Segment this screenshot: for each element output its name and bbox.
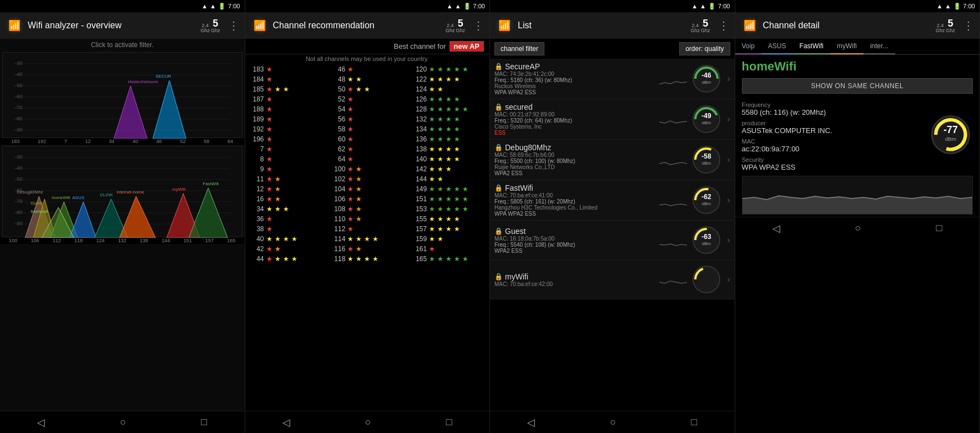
- svg-text:dBm: dBm: [702, 161, 711, 166]
- network-mac: MAC: 74:3e:2b:41:2c:00: [494, 71, 656, 77]
- freq-badges-3[interactable]: 2.4 Ghz 5 Ghz: [690, 18, 710, 33]
- home-btn-3[interactable]: ○: [601, 414, 625, 430]
- svg-text:Guest: Guest: [31, 201, 43, 206]
- svg-text:-70: -70: [15, 105, 22, 110]
- freq-24-2[interactable]: 2.4 Ghz: [446, 23, 455, 33]
- svg-text:dBm: dBm: [702, 241, 711, 246]
- network-mac: MAC: 70:ba:ef:ce:42:00: [494, 281, 656, 287]
- channel-col-2: 46★ 48★★ 50★★★ 52★ 54★ 56★ 58★ 60★ 62★ 6…: [326, 63, 408, 411]
- channel-row: 118★★★★: [329, 254, 406, 264]
- freq-badges-2[interactable]: 2.4 Ghz 5 Ghz: [446, 18, 465, 33]
- app-title-3: List: [518, 21, 686, 30]
- chevron-icon: ›: [727, 74, 730, 84]
- screen-list: ▲ ▲ 🔋 7:00 📶 List 2.4 Ghz 5 Ghz ⋮ channe…: [490, 0, 735, 433]
- svg-point-65: [693, 266, 720, 293]
- channel-row: 54★: [329, 104, 406, 114]
- menu-dots-3[interactable]: ⋮: [718, 19, 729, 32]
- channel-row: 7★: [247, 144, 325, 154]
- freq-badges-4[interactable]: 2.4 Ghz 5 Ghz: [936, 18, 955, 33]
- list-item[interactable]: 🔒 secured MAC: 00:21:d7:92:89:00 Freq.: …: [490, 99, 735, 140]
- back-btn-2[interactable]: ◁: [274, 414, 299, 431]
- tab-inter[interactable]: inter...: [863, 39, 895, 54]
- network-name: Debug80Mhz: [505, 143, 551, 152]
- signal-gauge-5: -63 dBm: [690, 224, 723, 256]
- svg-marker-44: [119, 196, 155, 238]
- channel-row: 9★: [247, 164, 325, 174]
- svg-text:-90: -90: [15, 221, 22, 226]
- chevron-icon: ›: [727, 195, 730, 205]
- chevron-icon: ›: [727, 235, 730, 245]
- home-btn-4[interactable]: ○: [846, 220, 870, 236]
- detail-gauge: -77 dBm: [928, 98, 973, 171]
- channel-row: 16★★: [247, 194, 325, 204]
- back-btn-3[interactable]: ◁: [518, 414, 544, 431]
- menu-dots-4[interactable]: ⋮: [963, 19, 974, 32]
- channel-row: 120★★★★★: [410, 64, 487, 74]
- network-security: WPA2 ESS: [494, 248, 656, 254]
- freq-24-3[interactable]: 2.4 Ghz: [690, 23, 700, 33]
- channel-row: 144★★: [410, 174, 487, 184]
- back-btn-4[interactable]: ◁: [764, 220, 789, 237]
- tab-fastwifi[interactable]: FastWifi: [793, 39, 830, 54]
- channel-row: 38★: [247, 224, 325, 234]
- menu-dots-2[interactable]: ⋮: [473, 19, 484, 32]
- channel-row: 60★: [329, 134, 406, 144]
- status-time-1: 7:00: [228, 3, 240, 9]
- graph-area-1: -30 -40 -50 -60 -70 -80 -90 HiddenNetwor…: [0, 51, 245, 411]
- recent-btn-4[interactable]: □: [927, 220, 951, 236]
- freq-5-1[interactable]: 5 Ghz: [211, 18, 220, 33]
- screen-wifi-overview: ▲ ▲ 🔋 7:00 📶 Wifi analyzer - overview 2.…: [0, 0, 245, 433]
- list-item[interactable]: 🔒 Debug80Mhz MAC: 58:69:6c:7b:b6:00 Freq…: [490, 140, 735, 180]
- app-icon-2: 📶: [251, 17, 269, 34]
- filter-hint[interactable]: Click to activate filter.: [0, 39, 245, 51]
- signal-history-mini: [659, 232, 687, 248]
- freq-24-4[interactable]: 2.4 Ghz: [936, 23, 945, 33]
- freq-badges-1[interactable]: 2.4 Ghz 5 Ghz: [200, 18, 220, 33]
- freq-24-1[interactable]: 2.4 Ghz: [200, 23, 210, 33]
- recent-btn-1[interactable]: □: [192, 414, 216, 430]
- freq-5-3[interactable]: 5 Ghz: [701, 18, 710, 33]
- graph-svg-1: -30 -40 -50 -60 -70 -80 -90 HiddenNetwor…: [3, 53, 242, 139]
- detail-info-left: Frequency 5580 (ch: 116) (w: 20Mhz) prod…: [742, 98, 922, 171]
- menu-dots-1[interactable]: ⋮: [228, 19, 239, 32]
- list-toolbar: channel filter order: quality: [490, 39, 735, 59]
- list-item[interactable]: 🔒 FastWifi MAC: 70:ba:ef:ce:41:00 Freq.:…: [490, 180, 735, 221]
- channel-row: 132★★★★: [410, 114, 487, 124]
- app-icon-4: 📶: [741, 17, 759, 34]
- channel-columns: 183★ 184★ 185★★★ 187★ 188★ 189★ 192★ 196…: [245, 63, 490, 411]
- freq-5-4[interactable]: 5 Ghz: [946, 18, 955, 33]
- recent-btn-2[interactable]: □: [437, 414, 461, 430]
- channel-row: 104★★: [329, 184, 406, 194]
- recent-btn-3[interactable]: □: [682, 414, 706, 430]
- channel-row: 184★: [247, 74, 325, 84]
- channel-row: 124★★: [410, 84, 487, 94]
- home-btn-1[interactable]: ○: [111, 414, 135, 430]
- channel-row: 142★★★: [410, 164, 487, 174]
- svg-text:-63: -63: [702, 233, 712, 241]
- order-quality-btn[interactable]: order: quality: [679, 42, 730, 55]
- list-item[interactable]: 🔒 Guest MAC: 16:18:0a:7b:5a:00 Freq.: 55…: [490, 221, 735, 260]
- network-name: SecureAP: [505, 62, 540, 71]
- home-btn-2[interactable]: ○: [356, 414, 380, 430]
- show-same-channel-btn[interactable]: SHOW ON SAME CHANNEL: [742, 78, 973, 94]
- list-item[interactable]: 🔒 SecureAP MAC: 74:3e:2b:41:2c:00 Freq.:…: [490, 59, 735, 99]
- screen-channel-recommendation: ▲ ▲ 🔋 7:00 📶 Channel recommendation 2.4 …: [245, 0, 491, 433]
- tab-voip[interactable]: Voip: [735, 39, 761, 54]
- producer-value: ASUSTek COMPUTER INC.: [742, 126, 922, 135]
- freq-5-2[interactable]: 5 Ghz: [456, 18, 465, 33]
- channel-filter-btn[interactable]: channel filter: [494, 42, 544, 55]
- back-btn-1[interactable]: ◁: [28, 414, 54, 431]
- chevron-icon: ›: [727, 114, 730, 124]
- tab-asus[interactable]: ASUS: [761, 39, 793, 54]
- status-bar-4: ▲ ▲ 🔋 7:00: [735, 0, 980, 12]
- network-freq: Freq.: 5320 (ch: 64) (w: 80Mhz): [494, 118, 656, 124]
- tab-mywifi[interactable]: myWifi: [830, 39, 863, 54]
- mac-label: MAC: [742, 138, 922, 145]
- channel-row: 136★★★★: [410, 134, 487, 144]
- mobile-signal-icon: ▲: [210, 3, 216, 9]
- network-list: 🔒 SecureAP MAC: 74:3e:2b:41:2c:00 Freq.:…: [490, 59, 735, 411]
- svg-marker-16: [153, 80, 186, 139]
- x-labels-1: 183 192 7 12 34 40 46 52 58 64: [0, 138, 245, 145]
- channel-row: 153★★★★★: [410, 204, 487, 214]
- list-item[interactable]: 🔒 myWifi MAC: 70:ba:ef:ce:42:00 ›: [490, 260, 735, 299]
